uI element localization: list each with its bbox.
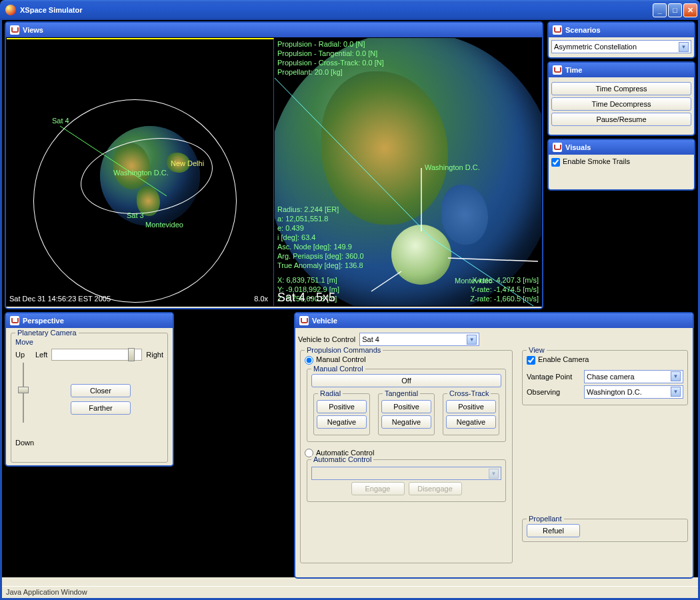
manual-control-group: Manual Control (311, 365, 365, 373)
time-compress-button[interactable]: Time Compress (551, 82, 691, 95)
pause-resume-button[interactable]: Pause/Resume (551, 113, 691, 126)
disengage-button: Disengage (409, 482, 462, 495)
radial-positive-button[interactable]: Positive (317, 400, 367, 413)
label-montevideo: Montevideo (145, 221, 183, 229)
off-button[interactable]: Off (311, 374, 501, 387)
tangential-positive-button[interactable]: Positive (381, 400, 431, 413)
views-title: Views (23, 26, 43, 34)
scenarios-frame: Scenarios Asymmetric Constellation ▼ (547, 21, 695, 59)
label-washington-2: Washington D.C. (425, 163, 480, 171)
java-icon (10, 25, 19, 35)
time-title: Time (565, 66, 582, 74)
java-icon (299, 316, 309, 325)
view-speed: 8.0x (254, 295, 268, 303)
left-label: Left (35, 351, 47, 359)
chevron-down-icon: ▼ (489, 469, 499, 479)
label-sat4: Sat 4 (52, 117, 69, 125)
app-window: XSpace Simulator _ □ ✕ Views (0, 0, 700, 600)
crosstrack-positive-button[interactable]: Positive (446, 400, 496, 413)
view-group: View (527, 346, 547, 354)
chevron-down-icon: ▼ (679, 42, 689, 52)
vantage-label: Vantage Point (527, 373, 580, 381)
java-icon (10, 316, 19, 325)
perspective-frame: Perspective Planetary Camera Move Up Lef… (5, 312, 174, 467)
scenario-value: Asymmetric Constellation (554, 43, 637, 51)
refuel-button[interactable]: Refuel (527, 524, 580, 537)
chevron-down-icon: ▼ (467, 335, 477, 345)
time-frame: Time Time Compress Time Decompress Pause… (547, 61, 695, 136)
observing-select[interactable]: Washington D.C. ▼ (584, 385, 683, 399)
time-decompress-button[interactable]: Time Decompress (551, 97, 691, 111)
propellant-group: Propellant (527, 515, 564, 523)
titlebar[interactable]: XSpace Simulator _ □ ✕ (0, 0, 700, 20)
maximize-button[interactable]: □ (668, 3, 682, 17)
planetary-camera-group: Planetary Camera (15, 329, 79, 337)
vehicle-frame: Vehicle Vehicle to Control Sat 4 ▼ Propu… (294, 312, 694, 579)
rate-readout: X-rate: 4,207.3 [m/s] Y-rate: -1,474.5 [… (470, 275, 539, 303)
enable-camera-checkbox[interactable]: Enable Camera (527, 355, 589, 363)
radial-group: Radial (318, 389, 343, 397)
scenarios-title: Scenarios (565, 26, 601, 34)
chevron-down-icon: ▼ (671, 387, 681, 397)
up-label: Up (15, 351, 31, 359)
radial-negative-button[interactable]: Negative (317, 415, 367, 429)
app-icon (5, 5, 16, 15)
tangential-group: Tangential (383, 389, 420, 397)
orbit-readout: Radius: 2.244 [ER] a: 12,051,551.8 e: 0.… (277, 205, 364, 270)
smoke-trails-checkbox[interactable]: Enable Smoke Trails (551, 157, 630, 165)
engage-button: Engage (351, 482, 405, 495)
closer-button[interactable]: Closer (71, 384, 131, 397)
chase-view-title: Sat 4 - 5x5 (277, 291, 335, 305)
vantage-select[interactable]: Chase camera ▼ (584, 370, 683, 383)
crosstrack-negative-button[interactable]: Negative (446, 415, 496, 429)
down-label: Down (15, 439, 163, 447)
label-washington: Washington D.C. (113, 169, 169, 177)
label-sat3: Sat 3 (127, 211, 144, 219)
vehicle-control-label: Vehicle to Control (298, 335, 355, 343)
label-newdelhi: New Delhi (171, 159, 204, 167)
automatic-control-group: Automatic Control (311, 455, 373, 463)
close-button[interactable]: ✕ (683, 3, 697, 17)
right-label: Right (146, 351, 163, 359)
perspective-title: Perspective (23, 317, 64, 325)
chevron-down-icon: ▼ (671, 371, 681, 381)
auto-select: ▼ (311, 467, 501, 480)
scenario-select[interactable]: Asymmetric Constellation ▼ (551, 40, 691, 53)
chase-view[interactable]: Washington D.C. Montevideo Propulsion - … (275, 38, 541, 306)
satellite-body (391, 225, 451, 285)
crosstrack-group: Cross-Track (447, 389, 491, 397)
views-frame: Views Sat 4 Sat 3 Ne (5, 21, 543, 309)
vehicle-title: Vehicle (312, 317, 337, 325)
tilt-slider[interactable] (17, 363, 29, 423)
planetary-view[interactable]: Sat 4 Sat 3 New Delhi Washington D.C. Mo… (7, 38, 274, 306)
tangential-negative-button[interactable]: Negative (381, 415, 431, 429)
farther-button[interactable]: Farther (71, 401, 131, 415)
move-label: Move (15, 338, 163, 346)
pan-slider[interactable] (51, 349, 142, 361)
views-titlebar[interactable]: Views (6, 23, 542, 37)
java-icon (553, 65, 562, 75)
visuals-title: Visuals (565, 143, 591, 151)
java-icon (553, 25, 562, 35)
minimize-button[interactable]: _ (653, 3, 667, 17)
java-icon (553, 143, 562, 152)
manual-control-radio[interactable]: Manual Control (305, 355, 366, 363)
statusbar: Java Application Window (2, 586, 698, 598)
view-timestamp: Sat Dec 31 14:56:23 EST 2005 (9, 295, 111, 303)
observing-label: Observing (527, 388, 580, 396)
window-title: XSpace Simulator (20, 6, 83, 14)
propulsion-readout: Propulsion - Radial: 0.0 [N] Propulsion … (277, 39, 384, 77)
propulsion-group: Propulsion Commands (305, 346, 383, 354)
visuals-frame: Visuals Enable Smoke Trails (547, 139, 695, 191)
vehicle-select[interactable]: Sat 4 ▼ (359, 333, 479, 346)
